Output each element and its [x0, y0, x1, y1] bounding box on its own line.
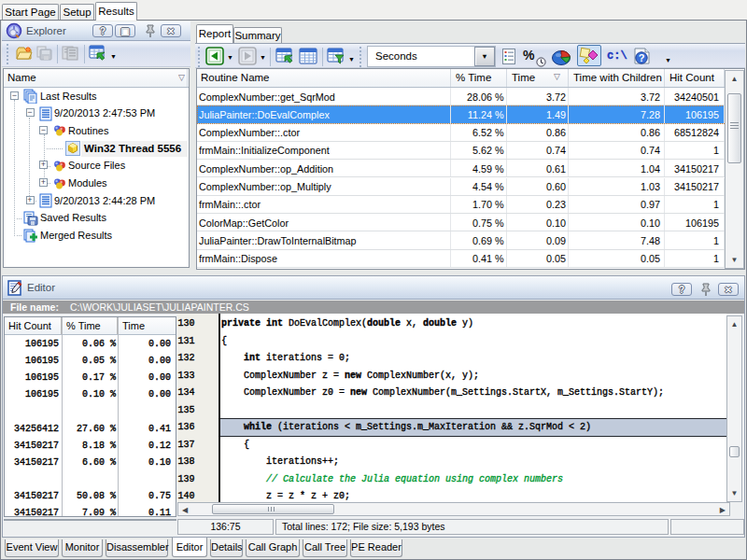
svg-text:?: ? — [639, 52, 645, 63]
